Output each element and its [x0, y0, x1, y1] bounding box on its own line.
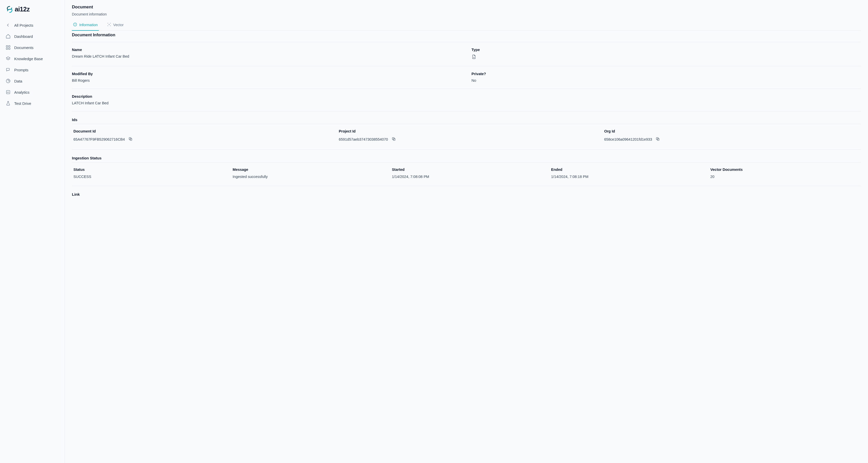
sidebar-item-test-drive[interactable]: Test Drive	[2, 98, 63, 108]
field-label: Started	[392, 168, 541, 172]
tab-label: Vector	[113, 23, 124, 27]
home-icon	[6, 34, 11, 39]
field-value: Dream Ride LATCH Infant Car Bed	[72, 54, 461, 58]
field-description: Description LATCH Infant Car Bed	[72, 89, 861, 111]
field-project-id: Project Id 6591d57aeb37473038554070	[339, 129, 594, 142]
field-value: 6591d57aeb37473038554070	[339, 137, 388, 141]
field-value: No	[472, 78, 861, 82]
pie-chart-icon	[6, 78, 11, 84]
svg-marker-4	[6, 57, 10, 59]
sidebar: ai12z All Projects Dashboard Documents	[0, 0, 65, 463]
copy-org-id-button[interactable]	[655, 136, 660, 142]
section-title-ingestion: Ingestion Status	[72, 156, 861, 160]
sidebar-item-label: Analytics	[14, 90, 29, 94]
svg-rect-0	[6, 46, 8, 47]
sidebar-item-label: All Projects	[14, 23, 33, 27]
flask-icon	[6, 101, 11, 106]
field-label: Vector Documents	[710, 168, 859, 172]
svg-rect-2	[6, 48, 8, 49]
svg-rect-1	[9, 46, 10, 47]
grid-icon	[6, 45, 11, 50]
pdf-file-icon	[472, 54, 861, 60]
sidebar-item-label: Test Drive	[14, 101, 31, 106]
field-name: Name Dream Ride LATCH Infant Car Bed	[72, 42, 461, 66]
field-value: Bill Rogers	[72, 78, 461, 82]
brand-name: ai12z	[15, 6, 30, 13]
svg-point-12	[75, 24, 75, 24]
field-value: LATCH Infant Car Bed	[72, 101, 861, 105]
tab-label: Information	[79, 23, 98, 27]
copy-icon	[392, 137, 396, 142]
tabs: Information Vector	[72, 20, 861, 31]
field-started: Started 1/14/2024, 7:08:08 PM	[392, 168, 541, 179]
field-message: Message Ingested successfully	[233, 168, 382, 179]
sidebar-item-label: Prompts	[14, 68, 28, 72]
field-ended: Ended 1/14/2024, 7:08:18 PM	[551, 168, 700, 179]
sidebar-item-label: Data	[14, 79, 22, 83]
sidebar-item-dashboard[interactable]: Dashboard	[2, 31, 63, 41]
field-vector-documents: Vector Documents 20	[710, 168, 859, 179]
field-label: Project Id	[339, 129, 594, 133]
field-value: 658ce106a09641201fd1e933	[604, 137, 652, 141]
field-value: 1/14/2024, 7:08:18 PM	[551, 175, 700, 179]
bar-chart-icon	[6, 90, 11, 95]
field-label: Status	[73, 168, 223, 172]
field-label: Modified By	[72, 72, 461, 76]
sidebar-item-knowledge-base[interactable]: Knowledge Base	[2, 54, 63, 64]
field-label: Type	[472, 48, 861, 52]
field-value: SUCCESS	[73, 175, 223, 179]
sidebar-item-label: Knowledge Base	[14, 57, 43, 61]
field-label: Description	[72, 94, 861, 98]
field-document-id: Document Id 65A47767F9FB529062716CB4	[73, 129, 329, 142]
field-private: Private? No	[472, 66, 861, 89]
copy-project-id-button[interactable]	[391, 136, 396, 142]
field-value: 1/14/2024, 7:08:08 PM	[392, 175, 541, 179]
brand-mark-icon	[6, 6, 13, 13]
sidebar-item-data[interactable]: Data	[2, 76, 63, 86]
info-icon	[73, 22, 77, 27]
sidebar-item-all-projects[interactable]: All Projects	[2, 20, 63, 30]
main-content: Document Document information Informatio…	[65, 0, 868, 463]
divider	[72, 150, 861, 150]
chat-icon	[6, 67, 11, 72]
field-modified-by: Modified By Bill Rogers	[72, 66, 461, 89]
field-value: 65A47767F9FB529062716CB4	[73, 137, 125, 141]
brand-logo: ai12z	[0, 5, 65, 20]
page-title: Document	[72, 5, 861, 10]
divider	[72, 111, 861, 111]
section-title-document-information: Document Information	[72, 33, 861, 37]
copy-icon	[656, 137, 660, 142]
section-title-ids: Ids	[72, 118, 861, 122]
field-org-id: Org Id 658ce106a09641201fd1e933	[604, 129, 859, 142]
tab-vector[interactable]: Vector	[106, 20, 125, 30]
sidebar-item-label: Dashboard	[14, 34, 33, 39]
field-label: Name	[72, 48, 461, 52]
field-label: Message	[233, 168, 382, 172]
field-value: 20	[710, 175, 859, 179]
field-type: Type	[472, 42, 861, 66]
sidebar-item-analytics[interactable]: Analytics	[2, 87, 63, 97]
sidebar-nav: All Projects Dashboard Documents Knowled…	[0, 20, 65, 108]
page-subtitle: Document information	[72, 12, 861, 16]
section-title-link: Link	[72, 192, 861, 196]
scan-icon	[107, 22, 111, 27]
field-label: Document Id	[73, 129, 329, 133]
sidebar-item-documents[interactable]: Documents	[2, 42, 63, 53]
copy-document-id-button[interactable]	[128, 136, 133, 142]
field-label: Org Id	[604, 129, 859, 133]
svg-point-13	[109, 24, 110, 25]
layers-icon	[6, 56, 11, 61]
field-value: Ingested successfully	[233, 175, 382, 179]
chevron-left-icon	[6, 23, 11, 28]
field-label: Ended	[551, 168, 700, 172]
divider	[72, 186, 861, 186]
sidebar-item-prompts[interactable]: Prompts	[2, 65, 63, 75]
field-label: Private?	[472, 72, 861, 76]
field-status: Status SUCCESS	[73, 168, 223, 179]
tab-information[interactable]: Information	[72, 20, 99, 30]
copy-icon	[128, 137, 133, 142]
svg-rect-3	[9, 48, 10, 49]
sidebar-item-label: Documents	[14, 45, 34, 50]
